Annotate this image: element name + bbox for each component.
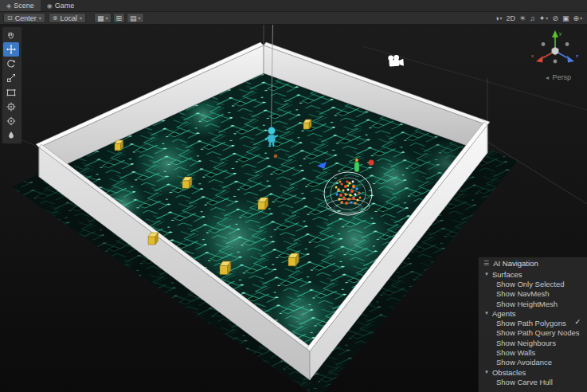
editor-tool-button[interactable] [3,128,19,143]
axis-neg-x[interactable] [565,42,569,46]
rotate-icon [6,59,16,69]
light-icon: ☀ [519,14,526,22]
orientation-label: Local [60,14,77,22]
ai-navigation-panel[interactable]: ☰ AI Navigation ▼ Surfaces Show Only Sel… [478,257,587,392]
scene-lighting-toggle[interactable]: ☀ [519,14,526,22]
grid-visibility-button[interactable]: ▦ ▾ [94,13,112,23]
axis-neg-z[interactable] [542,42,546,46]
toggle-show-walls[interactable]: Show Walls [479,347,587,357]
pivot-label: Center [15,14,37,22]
gizmos-icon: ⊕ [573,14,579,22]
obstacle-block[interactable] [258,198,268,210]
toggle-show-avoidance[interactable]: Show Avoidance [479,358,587,367]
move-icon [6,45,16,54]
scene-tab-label: Scene [14,2,34,10]
obstacle-block[interactable] [303,120,311,129]
item-label: Show Avoidance [496,358,552,367]
camera-settings-button[interactable]: ▣ [562,14,569,22]
tab-scene[interactable]: ◈ Scene [0,0,41,11]
unity-editor-window: ◈ Scene ◉ Game ⊡ Center ▾ ⊕ Local ▾ ▦ ▾ … [0,0,587,392]
toggle-show-heightmesh[interactable]: Show HeightMesh [479,299,587,308]
menu-icon: ☰ [483,260,489,267]
chevron-down-icon: ▾ [105,15,108,21]
scene-audio-toggle[interactable]: ♫ [530,14,535,22]
pivot-dropdown[interactable]: ⊡ Center ▾ [3,13,45,23]
section-label: Surfaces [492,270,522,279]
flame-tool-icon [6,131,16,140]
axis-z-label: z [576,53,578,58]
chevron-down-icon: ▾ [546,15,548,21]
grid-icon: ▦ [97,14,104,22]
toolbar-right-group: ◑ ▾ 2D ☀ ♫ ✦ ▾ ⊘ ▣ ⊕ ▾ [495,14,587,22]
transform-tool-button[interactable] [3,100,19,114]
collapse-icon: ▼ [484,272,489,276]
axis-y-label: y [559,31,562,36]
item-label: Show Path Query Nodes [496,328,580,337]
snap-increment-button[interactable]: ⊞ [113,13,126,23]
hidden-objects-toggle[interactable]: ⊘ [552,14,558,22]
hidden-objects-icon: ⊘ [552,14,558,22]
ai-navigation-header[interactable]: ☰ AI Navigation [479,257,587,269]
axis-x-cone[interactable] [536,56,543,63]
toggle-show-path-query-nodes[interactable]: Show Path Query Nodes [479,328,587,338]
section-label: Agents [492,309,516,318]
scale-tool-button[interactable] [3,71,19,85]
item-label: Show Carve Hull [496,378,553,386]
gizmo-center-cube[interactable] [552,47,559,55]
audio-icon: ♫ [530,14,535,22]
chevron-left-icon: ◄ [545,75,550,80]
section-agents[interactable]: ▼ Agents [479,308,587,318]
snap-controls: ▦ ▾ ⊞ ▤ ▾ [94,13,144,23]
tab-game[interactable]: ◉ Game [41,0,81,11]
gizmos-menu-button[interactable]: ⊕ ▾ [573,14,582,22]
pivot-icon: ⊡ [7,14,13,22]
orientation-gizmo[interactable]: y x z [530,27,581,75]
toggle-show-path-polygons[interactable]: Show Path Polygons ✓ [479,318,587,327]
obstacle-block[interactable] [220,261,231,275]
obstacle-block[interactable] [182,177,192,188]
tab-bar: ◈ Scene ◉ Game [0,0,587,12]
item-label: Show Only Selected [496,280,565,288]
rect-icon [6,88,16,97]
shading-mode-button[interactable]: ◑ ▾ [495,14,502,22]
move-tool-button[interactable] [3,42,19,57]
target-sphere[interactable] [369,160,374,166]
hand-icon [6,30,16,40]
toggle-show-neighbours[interactable]: Show Neighbours [479,338,587,347]
scene-effects-button[interactable]: ✦ ▾ [539,14,549,22]
section-obstacles[interactable]: ▼ Obstacles [479,367,587,377]
snap-icon: ⊞ [116,14,123,22]
orientation-icon: ⊕ [53,14,58,22]
item-label: Show HeightMesh [496,300,558,308]
shaded-sphere-icon: ◑ [495,14,499,22]
snap-settings-icon: ▤ [130,14,137,22]
toggle-show-carve-hull[interactable]: Show Carve Hull [479,377,587,386]
rotate-tool-button[interactable] [3,57,19,71]
effects-icon: ✦ [539,14,546,22]
projection-toggle[interactable]: ◄ Persp [545,73,571,81]
toggle-show-navmesh[interactable]: Show NavMesh [479,289,587,299]
axis-y-cone[interactable] [552,30,558,37]
custom-tool-button[interactable] [3,114,19,128]
scene-tab-icon: ◈ [6,2,11,10]
axis-neg-y[interactable] [554,60,558,64]
rect-tool-button[interactable] [3,85,19,100]
section-surfaces[interactable]: ▼ Surfaces [479,269,587,279]
custom-tool-icon [6,116,16,126]
snap-settings-button[interactable]: ▤ ▾ [127,13,144,23]
scale-icon [6,73,16,83]
view-2d-toggle[interactable]: 2D [506,14,515,22]
item-label: Show Path Polygons [496,319,566,327]
chevron-down-icon: ▾ [80,15,82,21]
obstacle-block[interactable] [288,253,299,266]
obstacle-block[interactable] [148,233,158,245]
orientation-dropdown[interactable]: ⊕ Local ▾ [49,13,86,23]
item-label: Show NavMesh [496,289,550,298]
obstacle-block[interactable] [115,140,123,151]
transform-icon [6,102,16,112]
2d-label: 2D [506,14,515,22]
game-tab-label: Game [55,2,75,10]
axis-z-cone[interactable] [567,56,574,63]
view-tool-button[interactable] [3,28,19,42]
toggle-show-only-selected[interactable]: Show Only Selected [479,279,587,288]
